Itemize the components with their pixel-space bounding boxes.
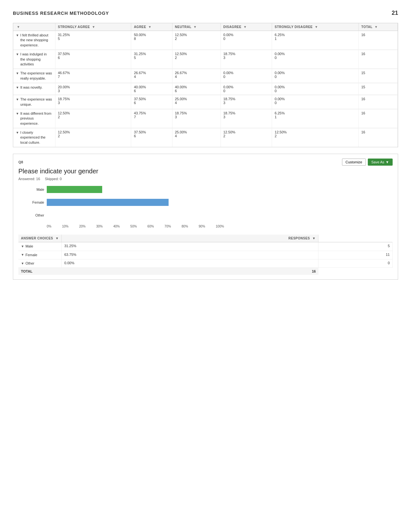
row-neutral-4: 25.00% 4 xyxy=(172,95,220,109)
row-question-2: ▼ The experience was really enjoyable. xyxy=(13,69,55,83)
row-disagree-4: 18.75% 3 xyxy=(220,95,272,109)
table-row: ▼ I felt thrilled about the new shopping… xyxy=(13,31,398,50)
q8-meta: Answered: 16 Skipped: 0 xyxy=(18,177,393,181)
row-neutral-6: 25.00% 4 xyxy=(172,128,220,147)
row-disagree-3: 0.00% 0 xyxy=(220,83,272,95)
x-axis-label: 80% xyxy=(181,225,188,228)
row-question-0: ▼ I felt thrilled about the new shopping… xyxy=(13,31,55,50)
bar-chart: Male Female Other 0%10%20%30%40%50%60%70… xyxy=(18,186,393,228)
row-strongly-disagree-2: 0.00% 0 xyxy=(272,69,359,83)
x-axis-label: 20% xyxy=(79,225,85,228)
answer-row-count-0: 5 xyxy=(318,242,393,251)
bar-fill-female xyxy=(47,199,169,206)
row-expand-icon[interactable]: ▼ xyxy=(16,85,19,90)
answer-choices-col: ANSWER CHOICES ▼ xyxy=(18,235,62,242)
answer-table: ANSWER CHOICES ▼ RESPONSES ▼ ▼ Male 31.2… xyxy=(18,235,393,275)
row-neutral-3: 40.00% 6 xyxy=(172,83,220,95)
col-neutral: NEUTRAL ▼ xyxy=(172,23,220,31)
total-count: 16 xyxy=(62,268,318,275)
sort-icon-responses[interactable]: ▼ xyxy=(312,237,316,240)
answer-row-arrow-icon[interactable]: ▼ xyxy=(21,253,24,257)
col-question: ▼ xyxy=(13,23,55,31)
answer-row-label-1: ▼ Female xyxy=(18,251,62,259)
page-header: BUSINESS RESEARCH METHODOLOGY 21 xyxy=(13,10,398,16)
col-agree: AGREE ▼ xyxy=(131,23,172,31)
row-strongly-agree-4: 18.75% 3 xyxy=(55,95,131,109)
skipped-count: Skipped: 0 xyxy=(45,177,62,181)
bar-track-other xyxy=(47,212,393,219)
q8-id: Q8 xyxy=(18,160,23,164)
row-total-3: 15 xyxy=(358,83,397,95)
row-question-1: ▼ I was indulged in the shopping activit… xyxy=(13,50,55,69)
table-row: ▼ The experience was really enjoyable. 4… xyxy=(13,69,398,83)
bar-row-female: Female xyxy=(22,199,393,206)
row-disagree-0: 0.00% 0 xyxy=(220,31,272,50)
x-axis-label: 40% xyxy=(113,225,120,228)
bar-fill-male xyxy=(47,186,102,193)
x-axis: 0%10%20%30%40%50%60%70%80%90%100% xyxy=(47,225,224,228)
row-expand-icon[interactable]: ▼ xyxy=(16,131,19,135)
sort-icon[interactable]: ▼ xyxy=(55,237,59,240)
x-axis-label: 10% xyxy=(62,225,68,228)
x-axis-label: 100% xyxy=(216,225,224,228)
row-total-6: 16 xyxy=(358,128,397,147)
q8-section: Q8 Customize Save As ▼ Please indicate y… xyxy=(13,154,398,280)
row-total-4: 16 xyxy=(358,95,397,109)
answer-row-count-2: 0 xyxy=(318,259,393,268)
row-strongly-agree-6: 12.50% 2 xyxy=(55,128,131,147)
row-neutral-0: 12.50% 2 xyxy=(172,31,220,50)
row-strongly-agree-3: 20.00% 3 xyxy=(55,83,131,95)
answer-row-label-2: ▼ Other xyxy=(18,259,62,268)
bar-row-male: Male xyxy=(22,186,393,193)
row-neutral-1: 12.50% 2 xyxy=(172,50,220,69)
row-neutral-5: 18.75% 3 xyxy=(172,109,220,128)
q8-header: Q8 Customize Save As ▼ xyxy=(18,159,393,166)
row-disagree-6: 12.50% 2 xyxy=(220,128,272,147)
bar-row-other: Other xyxy=(22,212,393,219)
col-disagree: DISAGREE ▼ xyxy=(220,23,272,31)
row-question-6: ▼ I closely experienced the local cultur… xyxy=(13,128,55,147)
col-strongly-agree: STRONGLY AGREE ▼ xyxy=(55,23,131,31)
customize-button[interactable]: Customize xyxy=(342,159,366,166)
row-disagree-5: 18.75% 3 xyxy=(220,109,272,128)
row-expand-icon[interactable]: ▼ xyxy=(16,97,19,102)
row-expand-icon[interactable]: ▼ xyxy=(16,33,19,38)
x-axis-label: 30% xyxy=(96,225,103,228)
x-axis-label: 70% xyxy=(164,225,171,228)
bar-label-other: Other xyxy=(22,213,44,217)
table-row: ▼ It was different from previous experie… xyxy=(13,109,398,128)
survey-table: ▼ STRONGLY AGREE ▼ AGREE ▼ NEUTRAL ▼ DIS… xyxy=(13,23,398,147)
bar-track-female xyxy=(47,199,393,206)
row-strongly-agree-2: 46.67% 7 xyxy=(55,69,131,83)
bar-track-male xyxy=(47,186,393,193)
row-expand-icon[interactable]: ▼ xyxy=(16,52,19,57)
table-row: ▼ I was indulged in the shopping activit… xyxy=(13,50,398,69)
answer-table-row: ▼ Male 31.25% 5 xyxy=(18,242,393,251)
table-row: ▼ I closely experienced the local cultur… xyxy=(13,128,398,147)
q8-buttons: Customize Save As ▼ xyxy=(342,159,393,166)
responses-col: RESPONSES ▼ xyxy=(62,235,318,242)
row-strongly-disagree-0: 6.25% 1 xyxy=(272,31,359,50)
row-agree-5: 43.75% 7 xyxy=(131,109,172,128)
answered-count: Answered: 16 xyxy=(18,177,40,181)
row-total-1: 16 xyxy=(358,50,397,69)
answer-table-row: ▼ Other 0.00% 0 xyxy=(18,259,393,268)
table-row: ▼ It was novelty. 20.00% 3 40.00% 6 40.0… xyxy=(13,83,398,95)
answer-row-pct-0: 31.25% xyxy=(62,242,318,251)
answer-row-arrow-icon[interactable]: ▼ xyxy=(21,261,24,266)
row-question-4: ▼ The experience was unique. xyxy=(13,95,55,109)
row-strongly-agree-5: 12.50% 2 xyxy=(55,109,131,128)
bar-label-male: Male xyxy=(22,188,44,191)
bar-label-female: Female xyxy=(22,200,44,204)
table-row: ▼ The experience was unique. 18.75% 3 37… xyxy=(13,95,398,109)
row-expand-icon[interactable]: ▼ xyxy=(16,111,19,116)
dropdown-arrow-icon: ▼ xyxy=(386,160,389,164)
row-expand-icon[interactable]: ▼ xyxy=(16,71,19,76)
answer-row-arrow-icon[interactable]: ▼ xyxy=(21,244,24,249)
x-axis-label: 50% xyxy=(130,225,137,228)
answer-row-pct-1: 63.75% xyxy=(62,251,318,259)
row-agree-3: 40.00% 6 xyxy=(131,83,172,95)
row-agree-0: 50.00% 8 xyxy=(131,31,172,50)
save-as-button[interactable]: Save As ▼ xyxy=(368,159,393,166)
row-total-5: 16 xyxy=(358,109,397,128)
